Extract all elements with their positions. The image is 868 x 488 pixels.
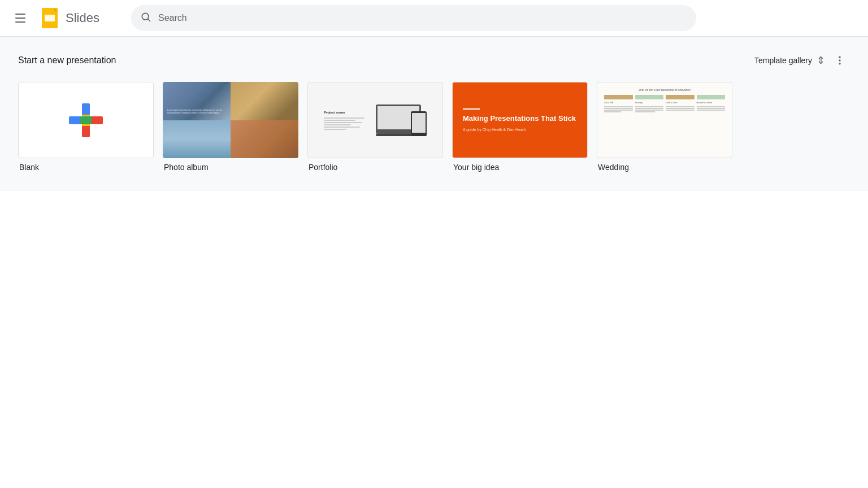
template-card-photo-album[interactable]: Lorem ipsum dolor sit amet, consectetur … [163,82,298,172]
app-header: Slides [0,0,868,36]
more-options-button[interactable] [830,50,850,71]
photo-album-thumb: Lorem ipsum dolor sit amet, consectetur … [163,82,298,158]
big-idea-byline: A guide by Chip Heath & Dan Heath [463,128,526,132]
big-idea-line [463,108,480,110]
phone-icon [411,111,427,136]
template-gallery-button[interactable]: Template gallery ⇕ [754,54,825,67]
slides-logo-icon [38,7,61,29]
template-card-big-idea[interactable]: Making Presentations That Stick A guide … [452,82,588,172]
google-plus-icon [69,103,103,137]
wedding-heading: Join us for a full weekend of activities… [604,88,725,91]
expand-icon: ⇕ [817,54,825,67]
big-idea-thumb: Making Presentations That Stick A guide … [452,82,588,158]
wedding-col-1: Sat 4 PM [604,95,633,152]
new-presentation-section: Start a new presentation Template galler… [0,36,868,190]
blank-label: Blank [18,163,154,172]
photo-album-label: Photo album [163,163,298,172]
svg-point-5 [839,56,840,58]
svg-line-4 [148,19,150,21]
wedding-table: Sat 4 PM Sunday [604,95,725,152]
portfolio-lines [324,117,369,130]
wedding-col-2: Sunday [635,95,664,152]
templates-row: Blank Lorem ipsum dolor sit amet, consec… [18,82,850,172]
portfolio-project-label: Project name [324,111,369,114]
hamburger-menu-button[interactable] [9,7,32,29]
big-idea-title: Making Presentations That Stick [463,114,576,124]
wedding-col-4: Brunch at Noon [697,95,726,152]
header-left: Slides [9,7,122,29]
template-card-wedding[interactable]: Join us for a full weekend of activities… [597,82,732,172]
section-title: Start a new presentation [18,55,116,66]
svg-point-6 [839,59,840,61]
portfolio-devices [376,104,427,136]
app-name-label: Slides [66,11,99,25]
wedding-thumb: Join us for a full weekend of activities… [597,82,732,158]
template-card-portfolio[interactable]: Project name [307,82,443,172]
blank-thumb [18,82,154,158]
template-card-blank[interactable]: Blank [18,82,154,172]
svg-point-7 [839,63,840,64]
big-idea-label: Your big idea [452,163,588,172]
app-logo[interactable]: Slides [38,7,99,29]
search-input[interactable] [158,13,687,23]
section-header: Start a new presentation Template galler… [18,50,850,71]
wedding-col-3: Golf at 7am [666,95,695,152]
template-gallery-label: Template gallery [754,56,812,65]
svg-rect-2 [45,15,55,21]
portfolio-thumb: Project name [307,82,443,158]
wedding-label: Wedding [597,163,732,172]
search-icon [140,11,151,25]
portfolio-text-area: Project name [324,111,369,130]
search-container [131,5,696,31]
search-bar [131,5,696,31]
portfolio-label: Portfolio [307,163,443,172]
